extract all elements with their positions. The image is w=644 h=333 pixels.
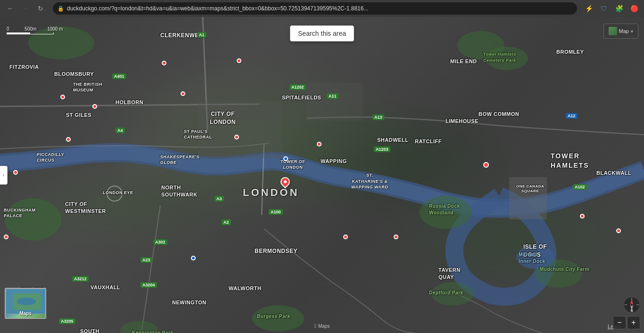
- map-thumbnail-label: Maps: [19, 311, 32, 316]
- extension-icon-4[interactable]: 🔴: [628, 2, 640, 15]
- search-area-button[interactable]: Search this area: [290, 25, 354, 41]
- browser-chrome: ← → ↻ 🔒 duckduckgo.com/?q=london&t=hd&va…: [0, 0, 644, 17]
- svg-point-11: [486, 47, 528, 70]
- svg-point-7: [252, 305, 304, 332]
- svg-point-8: [120, 321, 158, 333]
- back-button[interactable]: ←: [4, 2, 17, 15]
- location-pin[interactable]: [281, 177, 290, 187]
- svg-point-16: [516, 245, 554, 269]
- reload-button[interactable]: ↻: [34, 2, 47, 15]
- map-type-thumbnail: [609, 27, 617, 35]
- scale-line: [7, 32, 54, 34]
- scale-text-1000: 1000 m: [47, 26, 63, 32]
- pin-circle: [279, 175, 292, 188]
- chevron-down-icon: ▾: [631, 29, 633, 34]
- thumbnail-map: [6, 289, 46, 314]
- toolbar-icons: ⚡ 🛡 🧩 🔴: [583, 2, 640, 15]
- apple-logo: : [314, 323, 316, 329]
- url-text: duckduckgo.com/?q=london&t=hd&va=u&ia=we…: [67, 5, 572, 12]
- compass: N: [623, 296, 640, 313]
- svg-text:N: N: [630, 309, 633, 312]
- attribution:  Maps: [314, 323, 330, 329]
- map-type-label: Map: [619, 28, 629, 34]
- map-thumbnail[interactable]: Maps: [5, 288, 46, 319]
- scale-text-500: 0: [7, 26, 9, 32]
- attribution-text: Maps: [318, 324, 330, 329]
- scale-label: 0 500m 1000 m: [7, 26, 63, 32]
- svg-rect-14: [509, 177, 547, 219]
- extension-icon-1[interactable]: ⚡: [583, 2, 595, 15]
- scale-bar: 0 500m 1000 m: [7, 26, 63, 34]
- scale-text-mid: 500m: [25, 26, 36, 32]
- zoom-out-button[interactable]: −: [613, 316, 626, 329]
- svg-line-3: [141, 205, 160, 333]
- svg-point-17: [107, 186, 122, 201]
- extension-icon-2[interactable]: 🛡: [598, 2, 610, 15]
- svg-point-9: [420, 196, 471, 229]
- svg-rect-13: [198, 102, 283, 158]
- svg-rect-15: [306, 83, 363, 121]
- extension-icon-3[interactable]: 🧩: [613, 2, 625, 15]
- svg-point-21: [17, 298, 36, 305]
- pin-dot: [283, 180, 287, 184]
- expand-panel-button[interactable]: ›: [0, 166, 8, 185]
- map-overlay: [0, 17, 644, 333]
- zoom-in-button[interactable]: +: [627, 316, 640, 329]
- map-type-button[interactable]: Map ▾: [603, 24, 638, 39]
- address-bar[interactable]: 🔒 duckduckgo.com/?q=london&t=hd&va=u&ia=…: [53, 2, 577, 15]
- svg-point-4: [5, 198, 61, 241]
- svg-point-10: [431, 282, 474, 306]
- zoom-controls: − +: [613, 316, 640, 329]
- map-container[interactable]: CLERKENWELL FITZROVIA BLOOMSBURY HOLBORN…: [0, 17, 644, 333]
- lock-icon: 🔒: [58, 6, 64, 12]
- forward-button[interactable]: →: [19, 2, 32, 15]
